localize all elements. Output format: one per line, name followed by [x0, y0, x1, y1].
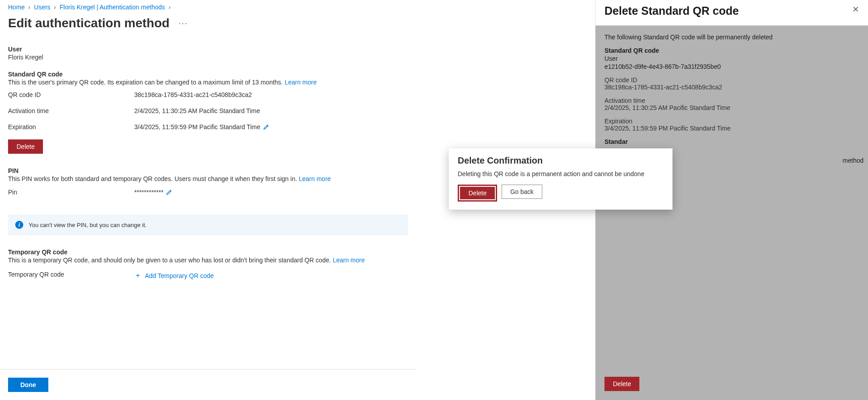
user-name: Floris Kregel: [8, 54, 408, 61]
user-label: User: [8, 46, 408, 53]
panel-warn-heading: Standar: [604, 138, 859, 145]
popup-delete-button[interactable]: Delete: [460, 187, 495, 199]
footer-bar: Done: [0, 369, 416, 400]
pin-heading: PIN: [8, 167, 408, 174]
std-qr-desc: This is the user's primary QR code. Its …: [8, 79, 408, 86]
edit-icon[interactable]: [263, 124, 269, 130]
plus-icon: ＋: [134, 271, 141, 280]
temp-qr-desc: This is a temporary QR code, and should …: [8, 257, 408, 264]
std-qr-learn-more-link[interactable]: Learn more: [285, 79, 317, 86]
close-icon[interactable]: ✕: [852, 4, 859, 14]
panel-delete-button[interactable]: Delete: [604, 377, 639, 391]
pin-banner-text: You can't view the PIN, but you can chan…: [29, 222, 147, 228]
popup-delete-highlight: Delete: [458, 185, 497, 202]
main-content: Home › Users › Floris Kregel | Authentic…: [0, 0, 416, 400]
std-qr-heading: Standard QR code: [8, 71, 408, 78]
activation-value: 2/4/2025, 11:30:25 AM Pacific Standard T…: [134, 107, 260, 114]
popup-message: Deleting this QR code is a permanent act…: [458, 170, 664, 177]
breadcrumb-home[interactable]: Home: [8, 4, 25, 11]
chevron-right-icon: ›: [54, 4, 56, 11]
temp-qr-learn-more-link[interactable]: Learn more: [333, 257, 365, 264]
panel-title: Delete Standard QR code: [604, 4, 739, 17]
pin-label: Pin: [8, 189, 134, 196]
popup-title: Delete Confirmation: [458, 156, 664, 166]
more-actions-button[interactable]: ···: [179, 19, 188, 28]
temp-qr-heading: Temporary QR code: [8, 248, 408, 256]
edit-icon[interactable]: [166, 189, 172, 195]
pin-value: ************: [134, 189, 163, 196]
popup-goback-button[interactable]: Go back: [502, 185, 542, 199]
panel-activation-label: Activation time: [604, 97, 859, 104]
panel-id-label: QR code ID: [604, 76, 859, 84]
info-icon: i: [15, 221, 23, 229]
panel-expiration-value: 3/4/2025, 11:59:59 PM Pacific Standard T…: [604, 125, 859, 132]
expiration-value: 3/4/2025, 11:59:59 PM Pacific Standard T…: [134, 123, 260, 131]
panel-heading: Standard QR code: [604, 47, 859, 54]
page-title: Edit authentication method: [8, 16, 170, 30]
qr-id-label: QR code ID: [8, 91, 134, 98]
done-button[interactable]: Done: [8, 378, 48, 392]
panel-expiration-label: Expiration: [604, 118, 859, 125]
delete-confirmation-dialog: Delete Confirmation Deleting this QR cod…: [449, 148, 672, 210]
panel-intro: The following Standard QR code will be p…: [604, 34, 859, 41]
breadcrumb: Home › Users › Floris Kregel | Authentic…: [8, 4, 408, 11]
add-temp-qr-button[interactable]: ＋ Add Temporary QR code: [134, 271, 214, 280]
breadcrumb-user-auth[interactable]: Floris Kregel | Authentication methods: [60, 4, 165, 11]
delete-std-qr-button[interactable]: Delete: [8, 139, 43, 154]
pin-info-banner: i You can't view the PIN, but you can ch…: [8, 215, 408, 235]
temp-qr-row-label: Temporary QR code: [8, 271, 134, 280]
chevron-right-icon: ›: [28, 4, 30, 11]
panel-user-value: e1210b52-d9fe-4e43-867b-7a31f2935be0: [604, 63, 859, 70]
chevron-right-icon: ›: [169, 4, 171, 11]
activation-label: Activation time: [8, 107, 134, 114]
expiration-label: Expiration: [8, 123, 134, 131]
panel-id-value: 38c198ca-1785-4331-ac21-c5408b9c3ca2: [604, 84, 859, 91]
pin-learn-more-link[interactable]: Learn more: [299, 175, 331, 182]
qr-id-value: 38c198ca-1785-4331-ac21-c5408b9c3ca2: [134, 91, 252, 98]
panel-user-label: User: [604, 55, 859, 62]
breadcrumb-users[interactable]: Users: [34, 4, 51, 11]
panel-activation-value: 2/4/2025, 11:30:25 AM Pacific Standard T…: [604, 104, 859, 111]
pin-desc: This PIN works for both standard and tem…: [8, 175, 408, 182]
